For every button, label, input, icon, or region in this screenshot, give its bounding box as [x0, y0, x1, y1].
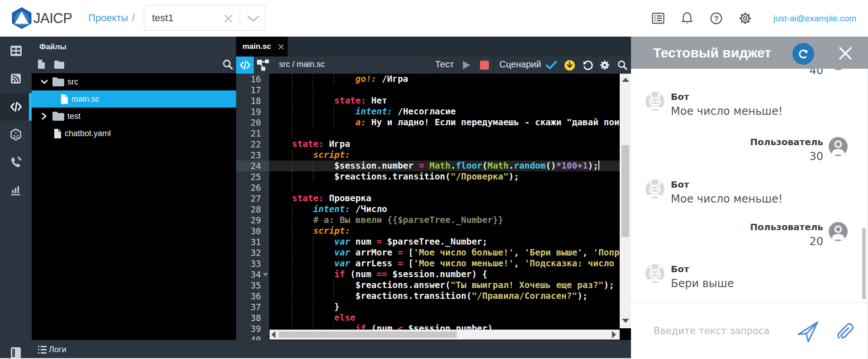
tree-row-test[interactable]: test	[32, 108, 236, 125]
top-bar: JAICP Проекты / test1 ?	[0, 0, 868, 37]
chevron-right-icon	[42, 113, 47, 120]
user-avatar-icon	[829, 137, 848, 156]
line-number: 28	[243, 204, 261, 215]
scroll-up-icon[interactable]	[622, 78, 629, 82]
logs-list-icon	[38, 346, 47, 354]
tree-row-src[interactable]: src	[32, 73, 236, 90]
scroll-right-icon[interactable]	[612, 331, 616, 338]
editor-gutter: 1617181920212223242526272829303132333435…	[236, 74, 269, 340]
fold-marker-icon[interactable]	[263, 273, 268, 276]
sidebar-item-analytics[interactable]	[0, 176, 32, 204]
breadcrumb-separator: /	[132, 12, 135, 24]
phone-icon	[10, 156, 22, 168]
code-line: intent: /Число	[271, 204, 620, 215]
line-number: 16	[243, 74, 261, 85]
code-icon	[10, 102, 22, 112]
code-line: state: Нет	[271, 95, 620, 106]
code-pane[interactable]: go!: /Игра state: Нет intent: /Несогласи…	[269, 74, 620, 330]
line-number: 40	[243, 334, 261, 340]
breadcrumb-projects-link[interactable]: Проекты	[88, 12, 128, 24]
editor-vertical-scrollbar[interactable]	[620, 74, 631, 328]
user-avatar-icon	[829, 222, 848, 241]
editor-settings-icon[interactable]	[600, 60, 610, 70]
code-line: $reactions.answer("Ты выиграл! Хочешь ещ…	[271, 280, 620, 291]
tab-label: main.sc	[242, 42, 271, 51]
line-number: 17	[243, 85, 261, 95]
code-line: intent: /Несогласие	[271, 106, 620, 117]
line-number: 39	[243, 323, 261, 334]
editor-vscroll-thumb[interactable]	[621, 145, 629, 237]
logs-bar[interactable]: Логи	[32, 340, 631, 359]
code-line: go!: /Игра	[271, 74, 620, 85]
line-number: 20	[243, 117, 261, 128]
file-icon	[54, 129, 62, 138]
message-text: Бери выше	[671, 277, 847, 290]
new-folder-icon[interactable]	[54, 61, 64, 69]
chat-messages[interactable]: Пользователь40БотМое число меньше!Пользо…	[631, 37, 868, 302]
play-icon[interactable]	[462, 60, 471, 70]
chat-scrollbar-thumb[interactable]	[862, 228, 866, 299]
code-line	[271, 85, 620, 95]
tree-item-label: test	[67, 112, 81, 121]
tree-row-chatbot-yaml[interactable]: chatbot.yaml	[32, 125, 236, 142]
file-panel-title: Файлы	[39, 43, 66, 52]
close-widget-icon[interactable]	[839, 47, 852, 60]
dashboard-grid-icon	[10, 46, 22, 56]
bot-avatar-icon	[645, 180, 664, 198]
scroll-down-icon[interactable]	[622, 319, 629, 323]
line-number: 23	[243, 150, 261, 161]
code-line: var arrMore = ['Мое число больше!', 'Бер…	[271, 247, 620, 258]
bell-icon[interactable]	[681, 12, 693, 24]
clear-project-icon[interactable]	[224, 14, 233, 23]
tree-view-button[interactable]	[254, 57, 272, 74]
sidebar-item-collapse[interactable]	[0, 339, 32, 359]
logs-label: Логи	[49, 345, 66, 354]
line-number: 19	[243, 106, 261, 117]
sidebar-item-bot[interactable]	[0, 120, 32, 148]
sidebar-item-dashboard[interactable]	[0, 37, 32, 65]
toolbar-divider	[596, 57, 597, 74]
code-view-button[interactable]	[236, 57, 254, 74]
new-file-icon[interactable]	[38, 60, 45, 69]
code-line: # a: Вы ввели {{$parseTree._Number}}	[271, 215, 620, 226]
chevron-down-icon[interactable]	[247, 15, 260, 22]
editor-horizontal-scrollbar[interactable]	[270, 330, 620, 340]
text-cursor	[598, 161, 599, 170]
chat-input[interactable]: Введите текст запроса	[654, 326, 769, 336]
tree-view-icon	[256, 59, 269, 71]
sidebar-item-code-editor[interactable]	[0, 93, 32, 121]
message-author: Бот	[671, 264, 847, 274]
download-icon[interactable]	[564, 60, 575, 71]
project-selector[interactable]: test1	[144, 5, 266, 31]
check-icon[interactable]	[545, 61, 557, 70]
code-line: $session.number = Math.floor(Math.random…	[271, 161, 620, 171]
tab-close-icon[interactable]	[278, 44, 284, 50]
files-search-icon[interactable]	[223, 59, 233, 70]
message-text: 30	[652, 150, 823, 163]
line-number: 37	[243, 302, 261, 312]
user-email[interactable]: just-ai@example.com	[773, 14, 856, 24]
line-number: 38	[243, 312, 261, 323]
editor-hscroll-thumb[interactable]	[279, 331, 457, 338]
message-author: Бот	[671, 180, 847, 189]
scroll-left-icon[interactable]	[271, 331, 275, 338]
attach-icon[interactable]	[835, 321, 857, 342]
refresh-button[interactable]	[792, 43, 814, 65]
journal-icon[interactable]	[652, 13, 664, 24]
tree-row-main-sc[interactable]: main.sc	[32, 90, 236, 108]
line-number: 29	[243, 215, 261, 226]
chat-input-area: Введите текст запроса	[631, 303, 868, 359]
editor: main.sc src / main.sc Тест	[236, 37, 631, 359]
help-icon[interactable]: ?	[710, 12, 722, 24]
code-line: state: Игра	[271, 139, 620, 150]
stop-icon[interactable]	[480, 61, 489, 70]
undo-icon[interactable]	[582, 60, 593, 71]
gear-icon[interactable]	[739, 12, 751, 24]
editor-search-icon[interactable]	[617, 60, 627, 70]
folder-icon	[52, 77, 64, 86]
line-number: 31	[243, 236, 261, 247]
sidebar-item-channels[interactable]	[0, 65, 32, 93]
tab-main-sc[interactable]: main.sc	[236, 37, 288, 57]
send-icon[interactable]	[797, 320, 820, 343]
sidebar-item-telephony[interactable]	[0, 148, 32, 176]
